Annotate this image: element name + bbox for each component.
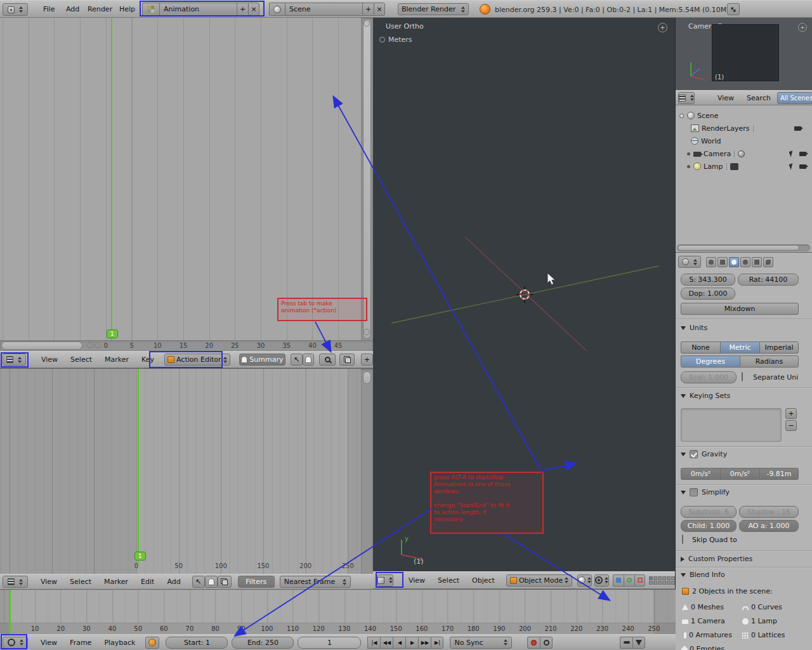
simplify-ao-field[interactable]: AO a: 1.000 bbox=[739, 520, 799, 532]
menu-object[interactable]: Object bbox=[466, 576, 501, 585]
rotate-manipulator-toggle[interactable] bbox=[624, 574, 634, 587]
menu-view[interactable]: View bbox=[34, 639, 63, 647]
editor-type-button-properties[interactable] bbox=[678, 256, 701, 268]
transport-button[interactable]: ▶ bbox=[405, 637, 418, 649]
audio-rate-field[interactable]: Rat: 44100 bbox=[738, 274, 799, 286]
menu-playback[interactable]: Playback bbox=[98, 639, 141, 647]
renderability-icon[interactable] bbox=[794, 126, 801, 131]
gravity-y-field[interactable]: 0m/s² bbox=[720, 468, 759, 480]
transport-button[interactable]: ▶▶ bbox=[418, 637, 431, 649]
simplify-panel-header[interactable]: Simplify bbox=[681, 488, 730, 496]
transport-button[interactable]: ◀◀ bbox=[380, 637, 393, 649]
window-fullscreen-button[interactable]: ↔ bbox=[727, 3, 740, 15]
menu-edit[interactable]: Edit bbox=[134, 578, 160, 586]
vscrollbar-thumb[interactable] bbox=[363, 19, 371, 339]
scrollbar-zoom-handle[interactable] bbox=[363, 329, 370, 335]
keying-sets-panel-header[interactable]: Keying Sets bbox=[681, 392, 730, 400]
mixdown-button[interactable]: Mixdown bbox=[681, 303, 799, 315]
hscrollbar-thumb[interactable] bbox=[678, 245, 799, 251]
menu-select[interactable]: Select bbox=[64, 355, 98, 364]
scrollbar-zoom-handle[interactable] bbox=[363, 20, 370, 27]
dopesheet-vscrollbar[interactable] bbox=[361, 18, 373, 340]
tab-scene[interactable] bbox=[729, 257, 739, 267]
tab-render[interactable] bbox=[706, 257, 716, 267]
current-frame-line[interactable] bbox=[111, 18, 112, 340]
start-frame-field[interactable]: Start: 1 bbox=[166, 637, 228, 649]
gravity-z-field[interactable]: -9.81m bbox=[759, 468, 799, 480]
outliner-row-scene[interactable]: Scene bbox=[679, 109, 810, 122]
expander-icon[interactable] bbox=[679, 114, 684, 118]
menu-help[interactable]: Help bbox=[113, 5, 141, 13]
units-panel-header[interactable]: Units bbox=[681, 324, 707, 332]
add-keying-set-button[interactable]: + bbox=[785, 408, 797, 419]
transport-button[interactable]: ◀ bbox=[393, 637, 405, 649]
scale-manipulator-toggle[interactable] bbox=[634, 574, 645, 587]
menu-search[interactable]: Search bbox=[740, 94, 777, 102]
selectability-icon[interactable] bbox=[789, 163, 795, 170]
selectability-icon[interactable] bbox=[789, 150, 795, 157]
close-scene-button[interactable]: × bbox=[374, 3, 385, 16]
gravity-checkbox[interactable] bbox=[690, 450, 698, 458]
renderability-icon[interactable] bbox=[799, 164, 806, 169]
gravity-panel-header[interactable]: Gravity bbox=[681, 450, 727, 458]
expander-dot-icon[interactable] bbox=[687, 152, 690, 156]
tab-physics[interactable] bbox=[763, 257, 773, 267]
editor-type-button-info[interactable] bbox=[3, 3, 28, 16]
menu-file[interactable]: File bbox=[37, 5, 61, 13]
audio-doppler-field[interactable]: Dop: 1.000 bbox=[681, 288, 735, 300]
hscrollbar-thumb[interactable] bbox=[1, 342, 82, 350]
unit-scale-field[interactable]: Scal: 1.000 bbox=[681, 371, 737, 383]
mode-dropdown[interactable]: Object Mode bbox=[506, 574, 572, 587]
blend-info-panel-header[interactable]: Blend Info bbox=[681, 571, 725, 579]
pivot-dropdown[interactable] bbox=[594, 574, 609, 587]
simplify-subdivision-field[interactable]: Subdivisi: 6 bbox=[681, 506, 737, 518]
unit-imperial-button[interactable]: Imperial bbox=[759, 342, 799, 354]
transport-button[interactable]: ▶| bbox=[431, 637, 443, 649]
keying-set-button[interactable] bbox=[620, 637, 632, 649]
menu-view[interactable]: View bbox=[711, 94, 740, 102]
end-frame-field[interactable]: End: 250 bbox=[232, 637, 294, 649]
separate-units-checkbox[interactable] bbox=[742, 372, 743, 381]
timeline-canvas[interactable] bbox=[0, 590, 676, 623]
scene-name-field[interactable]: Scene bbox=[285, 3, 362, 16]
copy-keyframes-button[interactable]: + bbox=[361, 354, 373, 366]
sync-record-button[interactable] bbox=[540, 637, 553, 649]
summary-toggle[interactable]: Summary bbox=[239, 354, 286, 366]
unit-metric-button[interactable]: Metric bbox=[720, 342, 759, 354]
simplify-child-field[interactable]: Child: 1.000 bbox=[681, 520, 737, 532]
audio-speed-field[interactable]: S: 343.300 bbox=[681, 274, 735, 286]
scene-browse-button[interactable] bbox=[269, 3, 285, 16]
outliner-row-camera[interactable]: Camera bbox=[687, 147, 810, 160]
search-filter-button[interactable] bbox=[319, 354, 336, 366]
remove-keying-set-button[interactable]: − bbox=[785, 420, 797, 431]
current-frame-line[interactable] bbox=[9, 590, 11, 634]
custom-properties-panel-header[interactable]: Custom Properties bbox=[681, 555, 752, 563]
time-icon-button[interactable] bbox=[145, 637, 159, 649]
snap-mode-dropdown[interactable]: Nearest Frame bbox=[280, 576, 351, 588]
camera-preview[interactable]: Camera Persp + (1) bbox=[676, 18, 812, 90]
show-hidden-toggle[interactable] bbox=[303, 354, 315, 366]
filters-toggle[interactable]: Filters bbox=[238, 576, 275, 588]
simplify-checkbox[interactable] bbox=[690, 488, 698, 496]
current-frame-field[interactable]: 1 bbox=[298, 637, 361, 649]
render-engine-dropdown[interactable]: Blender Render bbox=[398, 3, 469, 15]
editor-type-button-action[interactable] bbox=[3, 576, 28, 588]
menu-select[interactable]: Select bbox=[431, 576, 466, 585]
menu-view[interactable]: View bbox=[35, 355, 64, 364]
menu-add[interactable]: Add bbox=[160, 578, 187, 586]
outliner-row-renderlayers[interactable]: RenderLayers bbox=[691, 122, 810, 135]
current-frame-line[interactable] bbox=[138, 369, 139, 564]
menu-select[interactable]: Select bbox=[63, 578, 98, 586]
skip-quad-checkbox[interactable] bbox=[682, 534, 683, 544]
layers-widget[interactable] bbox=[649, 576, 676, 585]
outliner-row-lamp[interactable]: Lamp bbox=[687, 160, 810, 173]
sync-dropdown[interactable]: No Sync bbox=[450, 637, 512, 649]
keying-sets-list[interactable] bbox=[681, 408, 782, 442]
outliner-row-world[interactable]: World bbox=[691, 135, 810, 147]
outliner-display-dropdown[interactable]: All Scenes bbox=[777, 92, 812, 104]
menu-frame[interactable]: Frame bbox=[63, 639, 98, 647]
expander-dot-icon[interactable] bbox=[687, 165, 690, 168]
dopesheet-canvas[interactable] bbox=[0, 18, 373, 340]
renderability-icon[interactable] bbox=[799, 152, 806, 156]
outliner-hscrollbar[interactable] bbox=[677, 244, 810, 251]
